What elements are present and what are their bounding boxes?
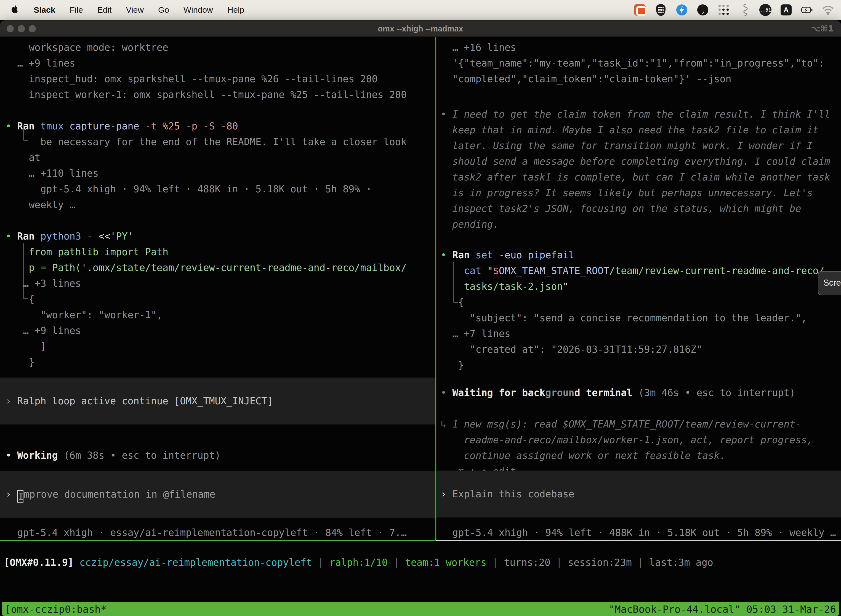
prompt-input[interactable]: › Improve documentation in @filename xyxy=(6,487,215,503)
mailbox-message: readme-and-reco/mailbox/worker-1.json, a… xyxy=(441,432,813,448)
collapsed-lines-indicator[interactable]: … +9 lines xyxy=(6,323,81,339)
omx-ralph-count: ralph:1/10 xyxy=(330,557,388,568)
shield-grid-icon[interactable] xyxy=(655,4,667,16)
collapsed-lines-indicator[interactable]: … +110 lines xyxy=(6,166,98,181)
inactive-pane-border xyxy=(436,540,841,541)
command-bullet-icon: • xyxy=(6,231,17,242)
thinking-bullet-icon: • xyxy=(441,109,452,120)
command-bullet-icon: • xyxy=(441,249,452,261)
collapsed-lines-indicator[interactable]: … +16 lines xyxy=(441,40,516,56)
command-output-line: be necessary for the end of the README. … xyxy=(6,134,407,150)
omx-repo: cczip/essay/ai-reimplementation-copyleft xyxy=(79,557,312,568)
cat-command-line: tasks/task-2.json" xyxy=(441,279,568,295)
menu-view[interactable]: View xyxy=(126,5,144,15)
collapsed-lines-indicator[interactable]: … +7 lines xyxy=(441,326,510,342)
ralph-loop-message: › Ralph loop active continue [OMX_TMUX_I… xyxy=(6,393,273,409)
ran-tmux-command: • Ran tmux capture-pane -t %25 -p -S -80 xyxy=(6,119,238,134)
waiting-status: • Waiting for background terminal (3m 46… xyxy=(441,385,795,401)
pane-divider[interactable] xyxy=(435,37,436,541)
hud-pane: workspace_mode: worktree … +9 lines insp… xyxy=(0,37,435,541)
tmux-status-bar: [omx-cczip0:bash* "MacBook-Pro-44.local"… xyxy=(1,602,840,616)
session-status-line: gpt-5.4 xhigh · 94% left · 488K in · 5.1… xyxy=(441,525,836,541)
menu-file[interactable]: File xyxy=(70,5,83,15)
menu-app-name[interactable]: Slack xyxy=(34,5,55,15)
apple-icon xyxy=(10,4,19,14)
prompt-input-box[interactable]: › Explain this codebase xyxy=(436,471,841,518)
command-output-line: weekly … xyxy=(6,197,75,213)
mailbox-message: ↳ 1 new msg(s): read $OMX_TEAM_STATE_ROO… xyxy=(441,417,801,432)
command-output-line: "completed","claim_token":"claim-token"}… xyxy=(441,71,731,87)
window-title: omx --xhigh --madmax xyxy=(0,21,841,37)
collapsed-lines-indicator[interactable]: … +9 lines xyxy=(6,56,75,71)
command-output-line: at xyxy=(6,150,40,166)
command-bullet-icon: • xyxy=(6,120,17,132)
config-line: inspect_hud: omx sparkshell --tmux-pane … xyxy=(6,71,378,87)
json-output-line: ] xyxy=(6,339,46,354)
thinking-text: • I need to get the claim token from the… xyxy=(441,107,830,122)
omx-status-line: [OMX#0.11.9] cczip/essay/ai-reimplementa… xyxy=(4,555,713,571)
prompt-chevron-icon: › xyxy=(6,489,17,500)
reply-arrow-icon: ↳ xyxy=(441,419,452,430)
worker-pane: … +16 lines '{"team_name":"my-team","tas… xyxy=(436,37,841,541)
window-title-bar: omx --xhigh --madmax ⌥⌘1 xyxy=(0,21,841,37)
mailbox-message: continue assigned work or next feasible … xyxy=(441,448,726,463)
keyboard-layout-icon[interactable]: A xyxy=(780,4,793,16)
thinking-text: inspect task2's JSON, focusing on the st… xyxy=(441,201,801,217)
thinking-text: keep that in mind. Maybe I also need the… xyxy=(441,122,819,138)
tmux-session-window[interactable]: [omx-cczip0:bash* xyxy=(5,604,107,615)
json-output-line: } xyxy=(441,357,464,373)
python-code-line: from pathlib import Path xyxy=(6,244,168,260)
session-status-line: gpt-5.4 xhigh · essay/ai-reimplementatio… xyxy=(6,525,407,541)
json-output-line: "worker": "worker-1", xyxy=(6,307,163,323)
menu-help[interactable]: Help xyxy=(227,5,245,15)
text-cursor: I xyxy=(17,490,23,503)
menu-bar: Slack File Edit View Go Window Help ..61… xyxy=(0,0,841,20)
keyboard-layout-letter: A xyxy=(781,4,792,15)
menu-edit[interactable]: Edit xyxy=(97,5,112,15)
counter-badge[interactable]: ..61 xyxy=(759,4,771,16)
command-output-line: gpt-5.4 xhigh · 94% left · 488K in · 5.1… xyxy=(6,181,372,197)
python-code-line: p = Path('.omx/state/team/review-current… xyxy=(6,260,407,276)
json-output-line: "created_at": "2026-03-31T11:59:27.816Z" xyxy=(441,342,702,357)
crescent-app-icon[interactable] xyxy=(696,4,709,16)
menu-go[interactable]: Go xyxy=(158,5,169,15)
dots-grid-icon[interactable] xyxy=(717,4,730,16)
prompt-input[interactable]: › Explain this codebase xyxy=(441,486,574,502)
thinking-text: later. Using the same for transition mig… xyxy=(441,138,813,154)
menu-window[interactable]: Window xyxy=(183,5,213,15)
battery-charging-icon[interactable] xyxy=(801,4,813,16)
collapsed-lines-indicator[interactable]: … +3 lines xyxy=(6,276,81,292)
terminal-window: omx --xhigh --madmax ⌥⌘1 workspace_mode:… xyxy=(0,21,841,616)
omx-version: [OMX#0.11.9] xyxy=(4,557,79,568)
omx-team-workers: team:1 workers xyxy=(405,557,486,568)
screen-tooltip: Scre xyxy=(818,271,841,295)
working-status: • Working (6m 38s • esc to interrupt) xyxy=(6,448,221,463)
command-output-line: '{"team_name":"my-team","task_id":"1","f… xyxy=(441,56,825,71)
ran-python-command: • Ran python3 - <<'PY' xyxy=(6,229,133,244)
wifi-icon[interactable] xyxy=(822,4,834,16)
status-bullet-icon: • xyxy=(6,450,17,461)
json-output-line: { xyxy=(441,295,464,310)
squiggle-icon[interactable] xyxy=(738,4,751,16)
apple-menu[interactable] xyxy=(10,4,19,16)
ran-shell-command: • Ran set -euo pipefail xyxy=(441,247,574,263)
config-line: workspace_mode: worktree xyxy=(6,40,168,56)
tmux-host-clock: "MacBook-Pro-44.local" 05:03 31-Mar-26 xyxy=(609,604,836,615)
json-output-line: "subject": "send a concise recommendatio… xyxy=(441,310,807,326)
chat-bubble-icon[interactable] xyxy=(633,4,646,16)
ralph-loop-banner: › Ralph loop active continue [OMX_TMUX_I… xyxy=(0,378,435,424)
omx-last-activity: last:3m ago xyxy=(649,557,713,568)
prompt-input-box[interactable]: › Improve documentation in @filename xyxy=(0,471,435,518)
blue-lightning-icon[interactable] xyxy=(675,4,688,16)
omx-session: session:23m xyxy=(568,557,632,568)
window-shortcut-hint: ⌥⌘1 xyxy=(811,21,834,37)
prompt-chevron-icon: › xyxy=(6,396,17,406)
thinking-text: pending. xyxy=(441,217,499,232)
thinking-text: task2 after task1 is complete, but can I… xyxy=(441,169,830,185)
omx-turns: turns:20 xyxy=(504,557,551,568)
thinking-text: is in progress? It seems likely but perh… xyxy=(441,185,813,201)
prompt-chevron-icon: › xyxy=(441,488,452,500)
status-bullet-icon: • xyxy=(441,387,452,398)
json-output-line: { xyxy=(6,292,35,307)
json-output-line: } xyxy=(6,354,35,370)
